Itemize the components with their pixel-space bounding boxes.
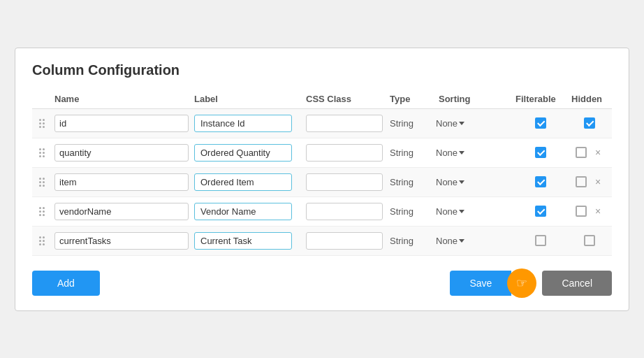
drag-handle[interactable] [32,204,52,219]
name-input[interactable] [54,203,189,220]
filterable-checkbox[interactable] [535,176,546,187]
sorting-cell: None [436,236,513,246]
label-input[interactable] [194,115,292,132]
label-input[interactable] [194,203,292,220]
chevron-down-icon[interactable] [459,122,464,125]
save-cursor-icon[interactable]: ☞ [508,270,535,296]
sorting-text: None [436,177,458,187]
filterable-checkbox-cell [513,176,569,187]
label-input[interactable] [194,173,292,191]
hidden-cell: × [569,176,610,187]
sorting-cell: None [436,148,513,158]
header-label: Label [191,94,303,104]
header-sorting: Sorting [436,94,513,104]
type-text: String [387,148,436,158]
table-header: Name Label CSS Class Type Sorting Filter… [32,90,612,109]
label-input[interactable] [194,232,292,250]
sorting-cell: None [436,118,513,129]
label-input[interactable] [194,144,292,162]
drag-handle[interactable] [32,175,52,189]
table-row: StringNone [32,227,612,256]
name-input[interactable] [54,144,189,162]
filterable-checkbox-cell [513,147,569,158]
type-text: String [387,177,436,187]
sorting-text: None [436,236,458,246]
sorting-cell: None [436,206,513,217]
table-row: StringNone× [32,168,612,197]
chevron-down-icon[interactable] [459,151,464,155]
type-text: String [387,236,436,246]
table-row: StringNone× [32,197,612,227]
modal-title: Column Configuration [32,62,612,78]
name-input[interactable] [54,115,189,132]
drag-handle[interactable] [32,234,52,248]
footer: Add Save ☞ Cancel [32,270,612,296]
header-hidden: Hidden [569,94,610,104]
header-filterable: Filterable [513,94,569,104]
hidden-cell: × [569,206,610,217]
hidden-cell [569,235,610,246]
drag-handle[interactable] [32,145,52,160]
chevron-down-icon[interactable] [459,210,464,213]
filterable-checkbox-cell [513,117,569,129]
type-text: String [387,206,436,217]
filterable-checkbox-cell [513,235,569,246]
cursor-icon: ☞ [516,275,527,291]
table-row: StringNone [32,109,612,138]
filterable-checkbox-cell [513,206,569,217]
column-configuration-modal: Column Configuration Name Label CSS Clas… [15,48,629,311]
delete-row-button[interactable]: × [592,176,603,187]
css-class-input[interactable] [306,173,383,191]
filterable-checkbox[interactable] [535,206,546,217]
css-class-input[interactable] [306,144,383,162]
header-type: Type [387,94,436,104]
filterable-checkbox[interactable] [535,235,546,246]
sorting-text: None [436,148,458,158]
css-class-input[interactable] [306,115,383,132]
type-text: String [387,118,436,129]
table-row: StringNone× [32,138,612,168]
hidden-checkbox[interactable] [576,147,587,158]
name-input[interactable] [54,173,189,191]
hidden-checkbox[interactable] [576,176,587,187]
header-css-class: CSS Class [303,94,387,104]
right-buttons: Save ☞ Cancel [450,270,612,296]
save-button[interactable]: Save [450,271,511,296]
cancel-button[interactable]: Cancel [542,271,612,296]
table-body: StringNone StringNone× StringNone× Strin… [32,109,612,256]
drag-handle[interactable] [32,116,52,131]
delete-row-button[interactable]: × [592,206,603,217]
hidden-cell [569,117,610,129]
hidden-checkbox[interactable] [584,117,595,129]
sorting-cell: None [436,177,513,187]
header-name: Name [52,94,191,104]
css-class-input[interactable] [306,203,383,220]
sorting-text: None [436,118,458,129]
name-input[interactable] [54,232,189,250]
save-group: Save ☞ [450,270,535,296]
css-class-input[interactable] [306,232,383,250]
chevron-down-icon[interactable] [459,180,464,184]
delete-row-button[interactable]: × [592,147,603,158]
hidden-checkbox[interactable] [584,235,595,246]
filterable-checkbox[interactable] [535,147,546,158]
filterable-checkbox[interactable] [535,117,546,129]
hidden-checkbox[interactable] [576,206,587,217]
sorting-text: None [436,206,458,217]
chevron-down-icon[interactable] [459,239,464,243]
hidden-cell: × [569,147,610,158]
add-button[interactable]: Add [32,271,100,296]
